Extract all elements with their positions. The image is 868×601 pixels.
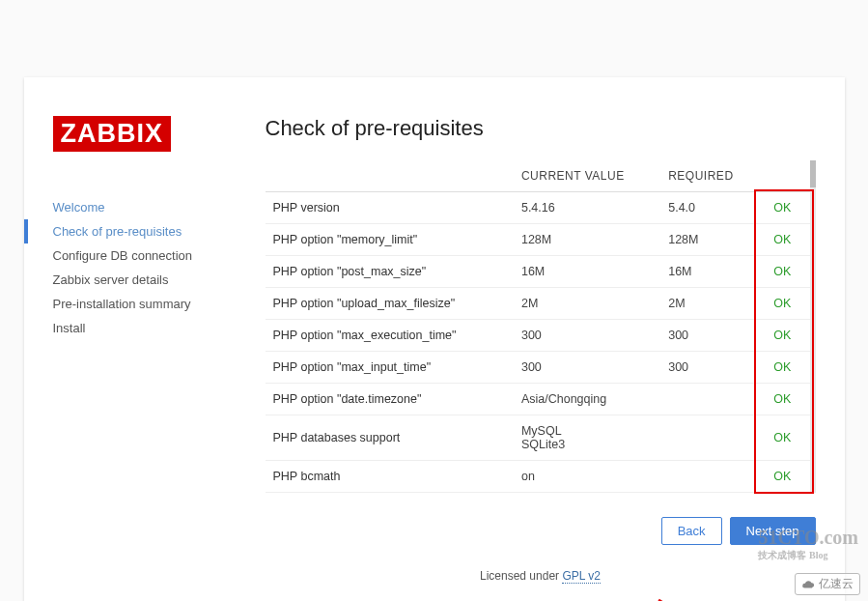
next-step-button[interactable]: Next step	[730, 517, 816, 545]
license-text: Licensed under	[480, 569, 562, 583]
cell-name: PHP option "max_input_time"	[266, 352, 516, 384]
right-column: Check of pre-requisites CURRENT VALUE RE…	[266, 116, 816, 583]
zabbix-logo: ZABBIX	[53, 116, 172, 152]
cell-current: 128M	[516, 224, 662, 256]
back-button[interactable]: Back	[661, 517, 722, 545]
cell-required	[662, 415, 755, 461]
prerequisites-table: CURRENT VALUE REQUIRED PHP version5.4.16…	[266, 160, 810, 493]
cell-required: 16M	[662, 256, 755, 288]
cell-required	[662, 384, 755, 415]
prerequisites-tbody: PHP version5.4.165.4.0OKPHP option "memo…	[266, 192, 810, 493]
cell-required: 300	[662, 320, 755, 352]
cell-name: PHP option "post_max_size"	[266, 256, 516, 288]
cell-current: MySQL SQLite3	[516, 415, 662, 461]
scrollbar-thumb[interactable]	[810, 160, 816, 187]
cell-required: 2M	[662, 288, 755, 320]
table-row: PHP version5.4.165.4.0OK	[266, 192, 810, 224]
table-row: PHP option "memory_limit"128M128MOK	[266, 224, 810, 256]
th-current-value: CURRENT VALUE	[516, 160, 662, 192]
cell-status: OK	[755, 256, 809, 288]
left-column: ZABBIX WelcomeCheck of pre-requisitesCon…	[53, 116, 237, 583]
cell-current: 300	[516, 320, 662, 352]
cell-name: PHP option "memory_limit"	[266, 224, 516, 256]
table-row: PHP option "date.timezone"Asia/Chongqing…	[266, 384, 810, 415]
cell-current: 2M	[516, 288, 662, 320]
install-steps: WelcomeCheck of pre-requisitesConfigure …	[53, 195, 237, 340]
cell-status: OK	[755, 320, 809, 352]
cell-current: Asia/Chongqing	[516, 384, 662, 415]
cell-status: OK	[755, 288, 809, 320]
license-footer: Licensed under GPL v2	[266, 569, 816, 583]
cell-name: PHP bcmath	[266, 461, 516, 493]
button-row: Back Next step	[266, 517, 816, 545]
cell-name: PHP option "max_execution_time"	[266, 320, 516, 352]
step-4[interactable]: Pre-installation summary	[53, 292, 237, 316]
step-1[interactable]: Check of pre-requisites	[53, 219, 237, 243]
table-row: PHP option "max_execution_time"300300OK	[266, 320, 810, 352]
cell-required: 5.4.0	[662, 192, 755, 224]
prerequisites-table-wrap: CURRENT VALUE REQUIRED PHP version5.4.16…	[266, 160, 816, 493]
cell-required: 128M	[662, 224, 755, 256]
cell-name: PHP version	[266, 192, 516, 224]
page-root: ZABBIX WelcomeCheck of pre-requisitesCon…	[0, 0, 868, 601]
table-row: PHP databases supportMySQL SQLite3OK	[266, 415, 810, 461]
cell-status: OK	[755, 384, 809, 415]
cell-status: OK	[755, 224, 809, 256]
th-status	[755, 160, 809, 192]
cell-required: 300	[662, 352, 755, 384]
table-row: PHP option "upload_max_filesize"2M2MOK	[266, 288, 810, 320]
step-2[interactable]: Configure DB connection	[53, 243, 237, 268]
table-row: PHP bcmathonOK	[266, 461, 810, 493]
cell-name: PHP option "upload_max_filesize"	[266, 288, 516, 320]
cell-current: on	[516, 461, 662, 493]
annotation-arrow	[654, 595, 750, 601]
installer-card: ZABBIX WelcomeCheck of pre-requisitesCon…	[24, 77, 845, 601]
th-name	[266, 160, 516, 192]
cell-current: 300	[516, 352, 662, 384]
license-link[interactable]: GPL v2	[562, 569, 601, 584]
step-0[interactable]: Welcome	[53, 195, 237, 219]
cell-name: PHP option "date.timezone"	[266, 384, 516, 415]
page-title: Check of pre-requisites	[266, 116, 816, 141]
cell-name: PHP databases support	[266, 415, 516, 461]
th-required: REQUIRED	[662, 160, 755, 192]
cell-status: OK	[755, 192, 809, 224]
cell-status: OK	[755, 415, 809, 461]
cell-current: 5.4.16	[516, 192, 662, 224]
cell-required	[662, 461, 755, 493]
step-5[interactable]: Install	[53, 316, 237, 340]
cell-status: OK	[755, 352, 809, 384]
table-row: PHP option "max_input_time"300300OK	[266, 352, 810, 384]
cell-status: OK	[755, 461, 809, 493]
cell-current: 16M	[516, 256, 662, 288]
table-row: PHP option "post_max_size"16M16MOK	[266, 256, 810, 288]
step-3[interactable]: Zabbix server details	[53, 268, 237, 292]
